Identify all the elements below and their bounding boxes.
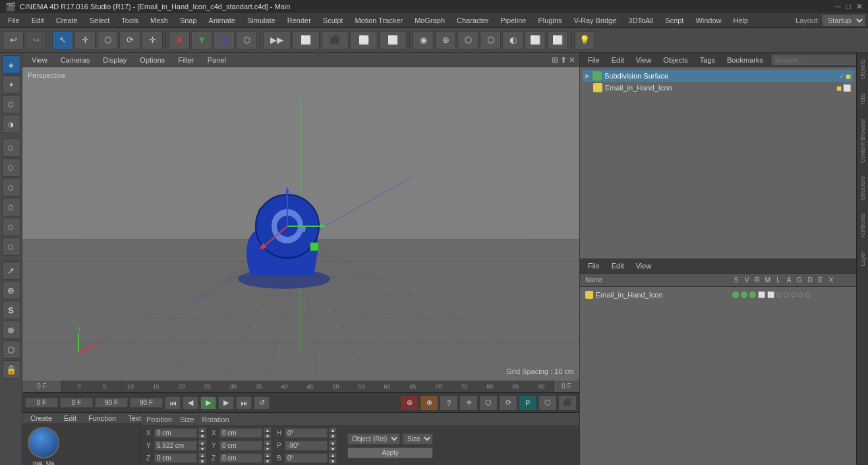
mat-function-btn[interactable]: Function	[84, 413, 120, 423]
title-bar-controls[interactable]: ─ □ ✕	[835, 2, 863, 11]
z-size-input[interactable]	[219, 453, 262, 463]
attr-check-2[interactable]: ⬜	[767, 292, 774, 298]
transform-tool-btn[interactable]: ✛	[142, 31, 163, 49]
render-btn[interactable]: ⬛	[321, 31, 349, 49]
step-back-btn[interactable]: ◀	[183, 396, 198, 410]
attr-icon-4[interactable]: ⬡	[784, 292, 789, 298]
undo-btn[interactable]: ↩	[3, 31, 24, 49]
viewport-icon-close[interactable]: ✕	[569, 55, 575, 65]
menu-create[interactable]: Create	[51, 15, 83, 26]
loop-btn[interactable]: ↺	[254, 396, 270, 410]
obj-view-menu[interactable]: View	[632, 55, 656, 65]
play-btn[interactable]: ▶	[200, 396, 216, 410]
frame-end-input[interactable]	[95, 398, 128, 408]
vtab-panel[interactable]: Panel	[202, 55, 231, 65]
left-btn-8[interactable]: ⬡	[2, 198, 20, 216]
p-rot-input[interactable]	[285, 441, 328, 450]
subdiv-flag-2[interactable]: ◼	[846, 73, 851, 80]
apply-button[interactable]: Apply	[347, 447, 433, 458]
menu-vray[interactable]: V-Ray Bridge	[569, 15, 622, 26]
obj-search-input[interactable]	[771, 54, 863, 66]
keyframe-btn[interactable]: ⊕	[420, 395, 438, 411]
menu-mesh[interactable]: Mesh	[145, 15, 173, 26]
z-pos-input[interactable]	[154, 453, 197, 463]
left-btn-10[interactable]: ⬡	[2, 237, 20, 256]
obj-row-email-icon[interactable]: Email_in_Hand_Icon ◼ ⬜	[583, 82, 854, 94]
menu-mograph[interactable]: MoGraph	[409, 15, 450, 26]
menu-animate[interactable]: Animate	[204, 15, 241, 26]
menu-script[interactable]: Script	[660, 15, 689, 26]
left-btn-5[interactable]: ⬡	[2, 139, 20, 157]
b-rot-input[interactable]	[285, 453, 328, 463]
y-size-down[interactable]: ▼	[264, 446, 272, 451]
redo-btn[interactable]: ↪	[25, 31, 46, 49]
left-btn-s[interactable]: S	[2, 301, 20, 319]
render-view-btn[interactable]: ⬜	[292, 31, 320, 49]
y-pos-down[interactable]: ▼	[198, 446, 206, 451]
info-btn[interactable]: ?	[440, 395, 458, 411]
obj-row-subdivision[interactable]: ▶ Subdivision Surface ✓ ◼	[583, 70, 854, 82]
email-flag-1[interactable]: ◼	[836, 84, 842, 92]
rvtab-attributes[interactable]: Attributes	[859, 206, 867, 245]
menu-3dtoall[interactable]: 3DToAll	[623, 15, 658, 26]
left-btn-line[interactable]: ↗	[2, 261, 20, 280]
maximize-btn[interactable]: □	[846, 2, 851, 11]
preview-end-input[interactable]	[130, 398, 163, 408]
view-mode-6[interactable]: ⬜	[525, 31, 546, 49]
p-rot-down[interactable]: ▼	[329, 446, 337, 451]
scale-tool-btn[interactable]: ⬡	[97, 31, 118, 49]
view-mode-7[interactable]: ⬜	[547, 31, 568, 49]
view-mode-2[interactable]: ⊕	[435, 31, 456, 49]
vtab-cameras[interactable]: Cameras	[55, 55, 96, 65]
subdiv-flag-1[interactable]: ✓	[839, 73, 844, 80]
z-axis-btn[interactable]: Z	[214, 31, 235, 49]
obj-file-menu[interactable]: File	[584, 55, 604, 65]
x-pos-down[interactable]: ▼	[198, 433, 206, 439]
object-rel-select[interactable]: Object (Rel)	[347, 433, 400, 445]
h-rot-input[interactable]	[285, 428, 328, 438]
pose-btn[interactable]: P	[519, 395, 537, 411]
move-tool-btn[interactable]: ✛	[74, 31, 96, 49]
viewport-icon-fullscreen[interactable]: ⬆	[560, 55, 567, 65]
y-size-input[interactable]	[219, 441, 262, 450]
x-pos-up[interactable]: ▲	[198, 427, 206, 433]
menu-snap[interactable]: Snap	[175, 15, 202, 26]
motion-btn[interactable]: ⟳	[499, 395, 517, 411]
menu-edit[interactable]: Edit	[26, 15, 49, 26]
minimize-btn[interactable]: ─	[835, 2, 841, 11]
menu-sculpt[interactable]: Sculpt	[318, 15, 349, 26]
x-size-input[interactable]	[219, 428, 262, 438]
attr-dot-2[interactable]	[741, 292, 747, 298]
rvtab-structure[interactable]: Structure	[859, 170, 867, 207]
x-pos-input[interactable]	[154, 428, 197, 438]
left-btn-grid[interactable]: ⬡	[2, 340, 20, 359]
render-to-po-btn[interactable]: ⬜	[350, 31, 378, 49]
goto-end-btn[interactable]: ⏭	[236, 396, 252, 410]
mat-edit-btn[interactable]: Edit	[60, 413, 80, 423]
select-tool-btn[interactable]: ↖	[52, 31, 73, 49]
attr-edit-menu[interactable]: Edit	[608, 261, 628, 271]
left-btn-point[interactable]: ◑	[2, 115, 20, 133]
viewport-icon-grid[interactable]: ⊞	[552, 55, 558, 65]
left-btn-6[interactable]: ⬡	[2, 158, 20, 177]
light-btn[interactable]: 💡	[574, 31, 595, 49]
add-track-btn[interactable]: ✛	[459, 395, 478, 411]
step-forward-btn[interactable]: ▶	[218, 396, 234, 410]
attr-view-menu[interactable]: View	[632, 261, 656, 271]
attr-dot-3[interactable]	[749, 292, 756, 298]
size-mode-select[interactable]: Size	[403, 433, 433, 445]
left-btn-select[interactable]: ◈	[2, 55, 20, 74]
record-btn[interactable]: ⊗	[400, 395, 419, 411]
rotate-tool-btn[interactable]: ⟳	[119, 31, 140, 49]
menu-select[interactable]: Select	[84, 15, 115, 26]
x-size-up[interactable]: ▲	[264, 427, 272, 433]
left-btn-polygon[interactable]: ✦	[2, 75, 20, 94]
y-pos-up[interactable]: ▲	[198, 440, 206, 445]
close-btn[interactable]: ✕	[856, 2, 863, 11]
material-swatch[interactable]	[28, 427, 59, 458]
attr-dot-1[interactable]	[732, 292, 739, 298]
view-mode-4[interactable]: ⬡	[480, 31, 501, 49]
mat-create-btn[interactable]: Create	[26, 413, 56, 423]
left-btn-snap[interactable]: ⊕	[2, 281, 20, 299]
attr-file-menu[interactable]: File	[584, 261, 604, 271]
